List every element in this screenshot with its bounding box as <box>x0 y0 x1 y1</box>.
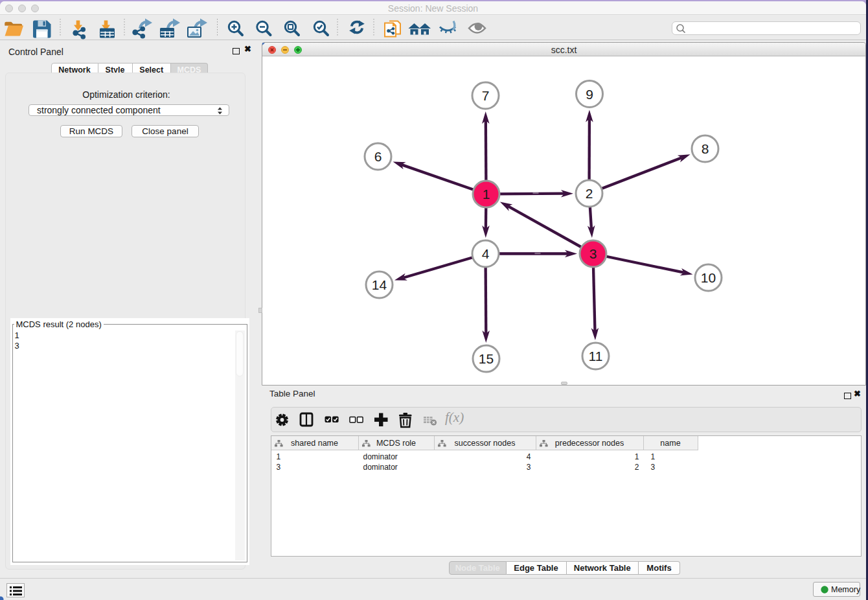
svg-text:10: 10 <box>701 270 716 285</box>
svg-text:14: 14 <box>372 277 387 292</box>
svg-text:9: 9 <box>586 86 593 101</box>
svg-text:3: 3 <box>589 246 597 261</box>
svg-text:1: 1 <box>483 187 490 202</box>
svg-text:11: 11 <box>589 349 603 363</box>
svg-text:4: 4 <box>482 246 490 261</box>
svg-text:15: 15 <box>479 351 494 366</box>
svg-text:2: 2 <box>586 186 593 201</box>
svg-text:7: 7 <box>482 88 490 103</box>
svg-text:6: 6 <box>374 149 382 164</box>
svg-text:8: 8 <box>702 141 709 156</box>
